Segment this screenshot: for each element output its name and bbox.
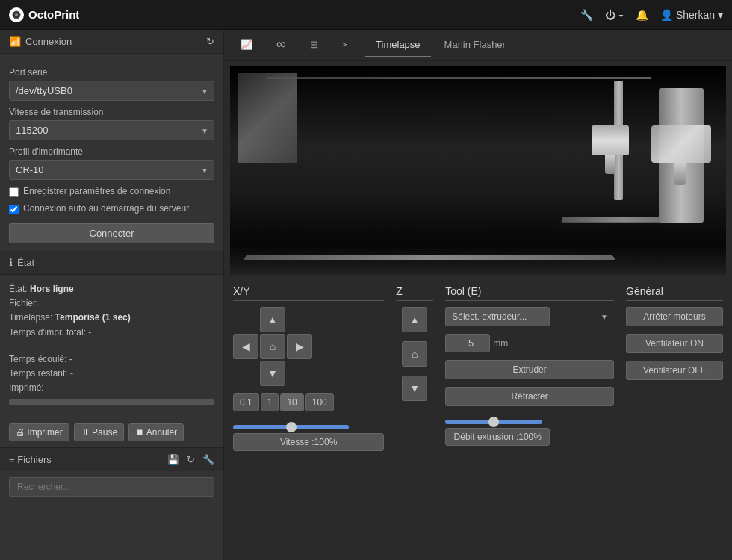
port-serie-select[interactable]: /dev/ttyUSB0 bbox=[9, 81, 214, 101]
flow-slider-section: Débit extrusion :100% bbox=[445, 415, 614, 446]
graph-icon: 📈 bbox=[241, 39, 252, 50]
temps-total-value: - bbox=[88, 327, 91, 337]
stop-motors-button[interactable]: Arrêter moteurs bbox=[626, 307, 723, 326]
flow-slider[interactable] bbox=[445, 420, 542, 424]
xy-title: X/Y bbox=[233, 285, 384, 301]
step-10-button[interactable]: 10 bbox=[280, 393, 303, 411]
save-icon[interactable]: 💾 bbox=[167, 454, 179, 465]
flow-button[interactable]: Débit extrusion :100% bbox=[445, 428, 550, 446]
up-arrow-icon: ▲ bbox=[267, 314, 278, 326]
z-up-button[interactable]: ▲ bbox=[402, 307, 427, 332]
signal-icon: 📶 bbox=[9, 36, 21, 47]
z-down-button[interactable]: ▼ bbox=[402, 376, 427, 401]
refresh-files-icon[interactable]: ↻ bbox=[187, 454, 195, 465]
tool-amount-input[interactable] bbox=[445, 334, 490, 352]
connecter-button[interactable]: Connecter bbox=[9, 223, 214, 243]
svg-point-1 bbox=[15, 13, 18, 16]
connexion-auto-checkbox[interactable] bbox=[9, 205, 19, 214]
z-control-group: Z ▲ ⌂ ▼ bbox=[396, 285, 433, 554]
search-input[interactable] bbox=[9, 477, 214, 497]
sidebar: 📶 Connexion ↻ Port série /dev/ttyUSB0 Vi… bbox=[0, 30, 224, 560]
connexion-section-header: 📶 Connexion ↻ bbox=[0, 30, 223, 54]
speed-slider[interactable] bbox=[233, 425, 349, 429]
bars-icon: ≡ bbox=[9, 454, 15, 465]
speed-button[interactable]: Vitesse :100% bbox=[233, 433, 384, 451]
extruder-select[interactable]: Sélect. extrudeur... bbox=[445, 307, 550, 326]
temps-restant-value: - bbox=[70, 368, 73, 379]
connexion-refresh-icon[interactable]: ↻ bbox=[206, 36, 214, 47]
extruder-button[interactable]: Extruder bbox=[445, 360, 614, 379]
tab-timelapse[interactable]: Timelapse bbox=[365, 33, 430, 57]
step-1-button[interactable]: 1 bbox=[261, 393, 279, 411]
temps-restant-line: Temps restant: - bbox=[9, 367, 214, 381]
tab-marlin[interactable]: Marlin Flasher bbox=[434, 33, 516, 57]
tab-monitor[interactable]: ⊞ bbox=[300, 33, 329, 57]
xy-up-button[interactable]: ▲ bbox=[260, 307, 285, 332]
timelapse-line: Timelapse: Temporisé (1 sec) bbox=[9, 311, 214, 325]
profil-select[interactable]: CR-10 bbox=[9, 160, 214, 180]
link-icon: ∞ bbox=[276, 37, 286, 52]
vitesse-label: Vitesse de transmission bbox=[9, 107, 214, 117]
xy-left-button[interactable]: ◀ bbox=[233, 334, 258, 359]
files-icons: 💾 ↻ 🔧 bbox=[167, 454, 214, 465]
fan-off-button[interactable]: Ventilateur OFF bbox=[626, 361, 723, 380]
rail-h-element bbox=[267, 77, 651, 79]
xy-home-button[interactable]: ⌂ bbox=[260, 334, 285, 359]
annuler-button[interactable]: ⏹ Annuler bbox=[128, 423, 184, 441]
monitor-icon: ⊞ bbox=[310, 39, 318, 50]
content-area: 📈 ∞ ⊞ >_ Timelapse Marlin Flasher bbox=[224, 30, 732, 560]
power-icon[interactable]: ⏻ ▾ bbox=[605, 9, 624, 21]
tabs-bar: 📈 ∞ ⊞ >_ Timelapse Marlin Flasher bbox=[224, 30, 732, 61]
temps-ecoule-label: Temps écoulé: bbox=[9, 354, 66, 364]
files-section: ≡ Fichiers 💾 ↻ 🔧 bbox=[0, 447, 223, 503]
brand-icon bbox=[9, 7, 24, 22]
wall-element bbox=[238, 73, 297, 163]
user-menu[interactable]: 👤 Sherkan ▾ bbox=[660, 9, 723, 21]
enregistrer-row: Enregistrer paramètres de connexion bbox=[9, 186, 214, 197]
tool-unit: mm bbox=[493, 338, 508, 349]
connexion-auto-row: Connexion auto au démarrage du serveur bbox=[9, 203, 214, 214]
bell-icon[interactable]: 🔔 bbox=[636, 9, 648, 21]
info-icon: ℹ bbox=[9, 257, 13, 268]
tool-amount-row: mm bbox=[445, 334, 614, 352]
z-up-icon: ▲ bbox=[409, 314, 420, 326]
z-home-button[interactable]: ⌂ bbox=[402, 341, 427, 367]
timelapse-value: Temporisé (1 sec) bbox=[55, 312, 131, 323]
enregistrer-label: Enregistrer paramètres de connexion bbox=[23, 186, 170, 196]
etat-content: État: Hors ligne Fichier: Timelapse: Tem… bbox=[0, 275, 223, 417]
profil-wrapper: CR-10 bbox=[9, 160, 214, 180]
enregistrer-checkbox[interactable] bbox=[9, 187, 19, 197]
nav-actions: 🔧 ⏻ ▾ 🔔 👤 Sherkan ▾ bbox=[580, 9, 723, 21]
imprimer-button[interactable]: 🖨 Imprimer bbox=[9, 423, 69, 441]
tab-terminal[interactable]: >_ bbox=[332, 34, 362, 57]
wrench-files-icon[interactable]: 🔧 bbox=[202, 454, 214, 465]
top-navigation: OctoPrint 🔧 ⏻ ▾ 🔔 👤 Sherkan ▾ bbox=[0, 0, 732, 30]
step-100-button[interactable]: 100 bbox=[305, 393, 334, 411]
fan-on-button[interactable]: Ventilateur ON bbox=[626, 334, 723, 353]
tab-link[interactable]: ∞ bbox=[266, 31, 297, 60]
retract-button[interactable]: Rétracter bbox=[445, 387, 614, 406]
timelapse-label: Timelapse bbox=[376, 39, 420, 50]
main-layout: 📶 Connexion ↻ Port série /dev/ttyUSB0 Vi… bbox=[0, 30, 732, 560]
temps-restant-label: Temps restant: bbox=[9, 368, 68, 379]
vitesse-select[interactable]: 115200 bbox=[9, 120, 214, 140]
xy-down-button[interactable]: ▼ bbox=[260, 361, 285, 386]
pause-button[interactable]: ⏸ Pause bbox=[74, 423, 124, 441]
right-arrow-icon: ▶ bbox=[296, 340, 304, 352]
profil-label: Profil d'imprimante bbox=[9, 146, 214, 157]
temps-ecoule-value: - bbox=[69, 354, 72, 364]
tab-graph[interactable]: 📈 bbox=[230, 33, 263, 57]
etat-section-header: ℹ État bbox=[0, 251, 223, 275]
wrench-icon[interactable]: 🔧 bbox=[580, 9, 593, 21]
imprime-line: Imprimé: - bbox=[9, 381, 214, 395]
home-icon: ⌂ bbox=[270, 340, 276, 352]
action-buttons: 🖨 Imprimer ⏸ Pause ⏹ Annuler bbox=[0, 417, 223, 447]
bed-element bbox=[244, 255, 615, 260]
print-icon: 🖨 bbox=[16, 427, 27, 438]
printer-head bbox=[592, 125, 629, 155]
status-value: Hors ligne bbox=[30, 284, 74, 294]
step-01-button[interactable]: 0.1 bbox=[233, 393, 259, 411]
imprime-value: - bbox=[46, 382, 49, 393]
xy-right-button[interactable]: ▶ bbox=[287, 334, 312, 359]
xy-step-buttons: 0.1 1 10 100 bbox=[233, 393, 384, 411]
